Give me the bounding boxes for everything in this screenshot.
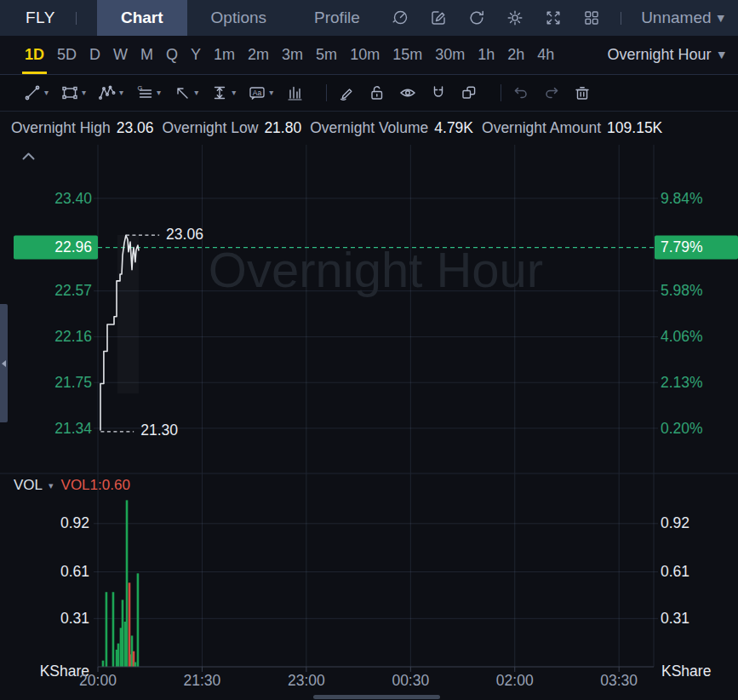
time-axis-label: 20:00 <box>79 672 117 689</box>
divider <box>76 12 77 25</box>
rectangle-tool[interactable]: ▾ <box>60 83 86 102</box>
stat-overnight-volume: Overnight Volume4.79K <box>310 119 473 137</box>
lock-tool[interactable] <box>368 83 386 102</box>
time-axis-label: 23:00 <box>288 672 325 689</box>
sidebar-collapse-handle[interactable] <box>0 304 8 422</box>
tab-profile[interactable]: Profile <box>290 0 384 36</box>
timeframe-items: 1D5DDWMQY1m2m3m5m10m15m30m1h2h4h <box>20 36 562 74</box>
vol-indicator-selector[interactable]: VOL ▾ <box>14 477 54 494</box>
wave-pattern-icon <box>98 83 117 102</box>
trend-line-icon <box>23 83 42 102</box>
arrow-tool[interactable]: ▾ <box>173 83 198 102</box>
volume-axis-label: 0.92 <box>661 514 689 531</box>
settings-icon[interactable] <box>506 9 524 27</box>
timeframe-5m[interactable]: 5m <box>311 36 342 74</box>
stats-tool[interactable] <box>285 83 304 102</box>
chevron-left-icon <box>2 360 6 367</box>
wave-pattern-tool[interactable]: ▾ <box>98 83 123 102</box>
timeframe-d[interactable]: D <box>84 36 106 74</box>
gann-lines-tool[interactable]: G ▾ <box>135 83 161 102</box>
timeframe-w[interactable]: W <box>108 36 133 74</box>
watermark: Overnight Hour <box>209 242 543 297</box>
timeframe-y[interactable]: Y <box>186 36 206 74</box>
trash-icon <box>573 83 592 102</box>
chart-area[interactable]: Overnight Hour23.0621.3023.4022.9622.572… <box>0 145 738 700</box>
tab-chart[interactable]: Chart <box>97 0 187 36</box>
timeframe-4h[interactable]: 4h <box>532 36 559 74</box>
stat-overnight-low: Overnight Low21.80 <box>163 119 302 137</box>
svg-text:G: G <box>138 84 143 92</box>
delete-all-button[interactable] <box>573 83 592 102</box>
chevron-down-icon: ▾ <box>157 89 161 97</box>
volume-bar <box>112 592 115 667</box>
chevron-down-icon: ▾ <box>269 89 273 97</box>
current-change-badge-label: 7.79% <box>661 238 703 255</box>
timeframe-2h[interactable]: 2h <box>502 36 529 74</box>
top-nav: FLY ChartOptionsProfile <box>0 0 738 36</box>
trend-line-tool[interactable]: ▾ <box>23 83 49 102</box>
volume-bar <box>117 644 120 667</box>
fullscreen-icon[interactable] <box>544 9 563 27</box>
current-price-badge-label: 22.96 <box>54 238 92 255</box>
magnet-icon <box>429 83 448 102</box>
workspace-name: Unnamed <box>641 9 711 27</box>
volume-bar <box>106 592 108 667</box>
chevron-down-icon: ▾ <box>49 481 54 491</box>
timeframe-1d[interactable]: 1D <box>20 36 49 74</box>
tab-options[interactable]: Options <box>187 0 290 36</box>
price-axis-label: 22.16 <box>54 328 92 345</box>
chevron-down-icon: ▼ <box>718 14 724 23</box>
divider <box>501 84 501 101</box>
workspace-selector[interactable]: Unnamed ▼ <box>641 9 724 27</box>
top-nav-actions: Unnamed ▼ <box>391 9 724 27</box>
volume-bar <box>137 573 140 667</box>
redo-button[interactable] <box>542 83 561 102</box>
volume-bar <box>134 663 137 667</box>
lock-open-icon <box>368 83 386 102</box>
timeframe-2m[interactable]: 2m <box>243 36 274 74</box>
edit-icon[interactable] <box>429 9 448 27</box>
text-note-tool[interactable]: Aa ▾ <box>248 83 273 102</box>
volume-bar <box>122 600 124 667</box>
timeframe-15m[interactable]: 15m <box>387 36 427 74</box>
price-axis-label: 21.34 <box>54 420 92 437</box>
session-selector[interactable]: Overnight Hour ▼ <box>607 46 725 64</box>
sync-drawings-tool[interactable] <box>460 83 478 102</box>
timeframe-3m[interactable]: 3m <box>277 36 308 74</box>
timeframe-10m[interactable]: 10m <box>345 36 385 74</box>
percent-axis-label: 0.20% <box>661 420 703 437</box>
horizontal-scrollbar-thumb[interactable] <box>313 695 440 699</box>
annotation-label: 21.30 <box>140 422 178 439</box>
divider <box>621 12 621 25</box>
gauge-icon[interactable] <box>391 9 409 27</box>
volume-indicator-header: VOL ▾ VOL1:0.60 <box>14 477 130 494</box>
time-axis-label: 03:30 <box>600 672 638 689</box>
timeframe-1m[interactable]: 1m <box>209 36 240 74</box>
price-range-tool[interactable]: ▾ <box>210 83 236 102</box>
annotation-label: 23.06 <box>166 226 203 243</box>
timeframe-1h[interactable]: 1h <box>472 36 500 74</box>
percent-axis-label: 2.13% <box>661 374 703 391</box>
timeframe-m[interactable]: M <box>135 36 158 74</box>
timeframe-bar: 1D5DDWMQY1m2m3m5m10m15m30m1h2h4h Overnig… <box>0 36 738 75</box>
price-axis-label: 22.57 <box>54 282 92 299</box>
visibility-tool[interactable] <box>398 83 417 102</box>
trading-app: FLY ChartOptionsProfile <box>0 0 738 700</box>
layout-grid-icon[interactable] <box>582 9 601 27</box>
brush-tool[interactable] <box>337 83 356 102</box>
gann-lines-icon: G <box>135 83 154 102</box>
price-axis-label: 23.40 <box>54 190 92 207</box>
chevron-down-icon: ▾ <box>82 89 86 97</box>
undo-button[interactable] <box>512 83 530 102</box>
chevron-up-icon <box>21 152 36 161</box>
time-axis-label: 21:30 <box>184 672 221 689</box>
overnight-stats-row: Overnight High23.06Overnight Low21.80Ove… <box>0 112 738 145</box>
vol-value-label: VOL1:0.60 <box>61 477 130 494</box>
magnet-tool[interactable] <box>429 83 448 102</box>
timeframe-5d[interactable]: 5D <box>52 36 82 74</box>
timeframe-30m[interactable]: 30m <box>430 36 470 74</box>
timeframe-q[interactable]: Q <box>161 36 183 74</box>
sync-drawings-icon <box>460 83 478 102</box>
volume-unit-label: KShare <box>661 663 711 680</box>
refresh-icon[interactable] <box>467 9 486 27</box>
